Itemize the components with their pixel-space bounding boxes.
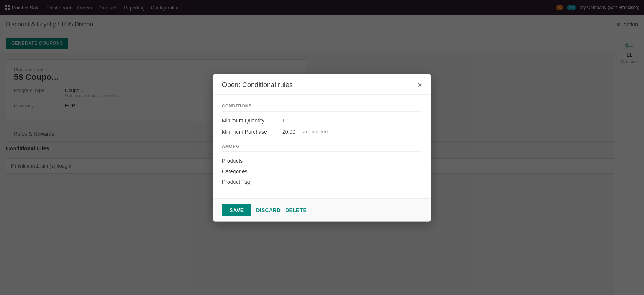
modal-footer: SAVE DISCARD DELETE bbox=[213, 198, 431, 221]
modal-close-button[interactable]: × bbox=[418, 81, 422, 89]
min-purchase-value[interactable]: 20.00 bbox=[282, 128, 295, 135]
min-purchase-label: Minimum Purchase bbox=[222, 128, 282, 135]
modal-header: Open: Conditional rules × bbox=[213, 74, 431, 94]
delete-button[interactable]: DELETE bbox=[285, 207, 307, 213]
product-tag-field[interactable]: Product Tag bbox=[222, 179, 422, 185]
min-purchase-subtext: tax Included bbox=[301, 129, 328, 135]
min-purchase-row: Minimum Purchase 20.00 tax Included bbox=[222, 128, 422, 135]
products-field[interactable]: Products bbox=[222, 157, 422, 164]
among-header: AMONG bbox=[222, 144, 422, 151]
discard-button[interactable]: DISCARD bbox=[256, 207, 281, 213]
modal-conditional-rules: Open: Conditional rules × CONDITIONS Min… bbox=[213, 74, 431, 221]
min-quantity-label: Minimum Quantity bbox=[222, 117, 282, 123]
min-quantity-row: Minimum Quantity 1 bbox=[222, 117, 422, 123]
categories-field[interactable]: Categories bbox=[222, 168, 422, 174]
among-section: AMONG Products Categories Product Tag bbox=[222, 144, 422, 185]
min-quantity-value[interactable]: 1 bbox=[282, 117, 285, 123]
save-button[interactable]: SAVE bbox=[222, 204, 251, 216]
modal-title: Open: Conditional rules bbox=[222, 81, 293, 89]
conditions-header: CONDITIONS bbox=[222, 103, 422, 111]
modal-body: CONDITIONS Minimum Quantity 1 Minimum Pu… bbox=[213, 94, 431, 198]
